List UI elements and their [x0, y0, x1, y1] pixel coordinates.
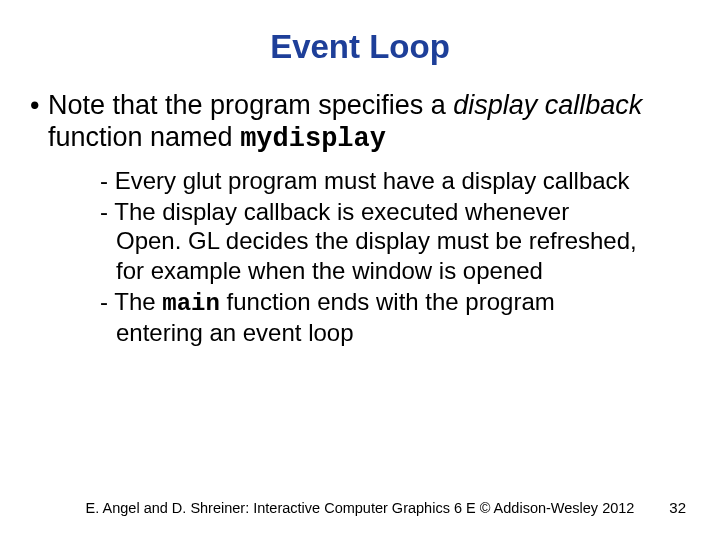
main-bullet-pre: Note that the program specifies a [48, 90, 453, 120]
sub-list: - Every glut program must have a display… [0, 156, 720, 348]
slide: Event Loop •Note that the program specif… [0, 0, 720, 540]
sub-text: The [114, 288, 162, 315]
sub-item: - Every glut program must have a display… [100, 166, 640, 195]
slide-title: Event Loop [0, 0, 720, 90]
sub-item: - The main function ends with the progra… [100, 287, 640, 348]
footer: E. Angel and D. Shreiner: Interactive Co… [0, 500, 720, 516]
sub-code: main [162, 290, 220, 317]
page-number: 32 [669, 499, 686, 516]
main-bullet: •Note that the program specifies a displ… [0, 90, 720, 156]
main-bullet-mid: function named [48, 122, 240, 152]
bullet-dot: • [30, 90, 48, 122]
sub-text: Every glut program must have a display c… [115, 167, 630, 194]
main-bullet-code: mydisplay [240, 124, 386, 154]
footer-text: E. Angel and D. Shreiner: Interactive Co… [0, 500, 720, 516]
sub-item: - The display callback is executed whene… [100, 197, 640, 285]
sub-text: The display callback is executed wheneve… [114, 198, 637, 284]
main-bullet-italic: display callback [453, 90, 642, 120]
